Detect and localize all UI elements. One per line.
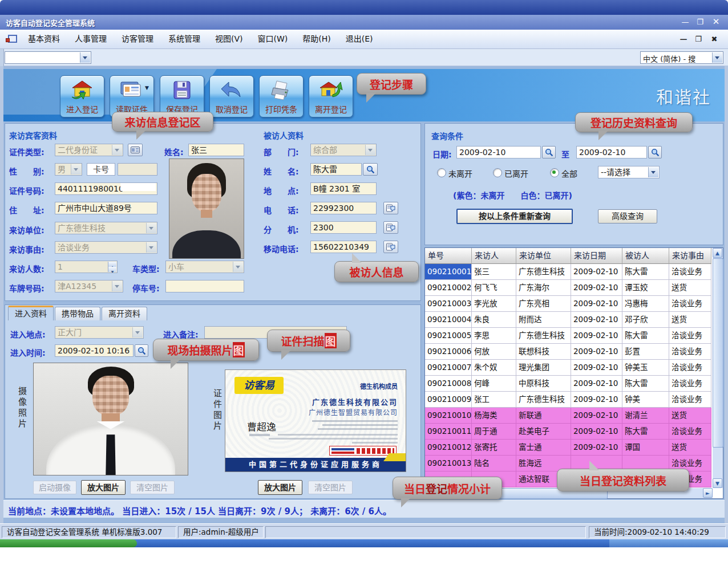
table-cell[interactable]: 钟美 [622,392,669,408]
chevron-down-icon[interactable] [233,262,243,272]
vertical-scrollbar[interactable]: ▲ ▼ [713,248,723,488]
table-row[interactable]: 090210009张工广东德生科技2009-02-10钟美洽谈业务 [425,392,713,408]
table-cell[interactable]: 冯惠梅 [622,296,669,312]
table-cell[interactable]: 谭玉姣 [622,280,669,296]
table-cell[interactable]: 2009-02-10 [571,360,622,376]
table-cell[interactable]: 洽谈业务 [669,360,711,376]
table-cell[interactable]: 钟美玉 [622,360,669,376]
cancel-registration-button[interactable]: 取消登记 [209,75,254,117]
table-cell[interactable]: 广东德生科技 [516,392,571,408]
table-cell[interactable]: 2009-02-10 [571,312,622,328]
column-header-4[interactable]: 被访人 [622,248,669,264]
table-cell[interactable]: 洽谈业务 [669,376,711,392]
table-cell[interactable]: 090210001 [425,264,472,280]
table-cell[interactable]: 2009-02-10 [571,424,622,440]
table-cell[interactable]: 2009-02-10 [571,376,622,392]
table-cell[interactable]: 广东亮相 [516,296,571,312]
mobile-field[interactable]: 15602210349 [310,241,377,253]
table-cell[interactable]: 张寄托 [472,440,516,456]
table-cell[interactable]: 陆名 [472,456,516,471]
menu-item-2[interactable]: 访客管理 [114,30,161,48]
table-cell[interactable]: 090210003 [425,296,472,312]
table-cell[interactable]: 陈大雷 [622,328,669,344]
table-cell[interactable]: 洽谈业务 [669,296,711,312]
call-mobile-button[interactable] [383,241,398,253]
table-row[interactable]: 090210008何峰中原科技2009-02-10陈大雷洽谈业务 [425,376,713,392]
table-cell[interactable]: 何放 [472,344,516,360]
card-no-field[interactable] [118,163,157,176]
table-cell[interactable]: 090210013 [425,456,472,471]
visit-company-combo[interactable]: 广东德生科技 [55,222,157,234]
table-cell[interactable]: 090210011 [425,424,472,440]
chevron-down-icon[interactable] [648,167,658,177]
visitor-name-field[interactable]: 张三 [188,144,244,156]
vscroll-thumb[interactable] [713,258,723,448]
mdi-minimize-icon[interactable]: — [677,34,690,44]
table-row[interactable]: 090210002何飞飞广东海尔2009-02-10谭玉姣送货 [425,280,713,296]
table-cell[interactable]: 2009-02-10 [571,264,622,280]
table-cell[interactable]: 杨海类 [472,408,516,424]
table-cell[interactable]: 090210005 [425,328,472,344]
date-from-field[interactable]: 2009-02-10 [456,146,541,158]
scroll-down-icon[interactable]: ▼ [713,478,722,488]
chevron-down-icon[interactable] [712,52,722,63]
tab-carried-items[interactable]: 携带物品 [55,307,100,320]
table-cell[interactable]: 朱个奴 [472,360,516,376]
date-from-picker-button[interactable] [542,146,556,158]
table-row[interactable]: 090210004朱良附而达2009-02-10邓子欣送货 [425,312,713,328]
call-phone-button[interactable] [383,202,398,214]
table-cell[interactable]: 谭国 [622,440,669,456]
interviewee-name-field[interactable]: 陈大雷 [310,163,362,176]
chevron-down-icon[interactable] [146,242,156,253]
scroll-up-icon[interactable]: ▲ [713,248,722,258]
card-no-button[interactable]: 卡号 [87,163,115,176]
table-cell[interactable]: 朱良 [472,312,516,328]
radio-all[interactable] [550,168,559,177]
table-cell[interactable]: 新联通 [516,408,571,424]
leave-registration-button[interactable]: 离开登记 [309,75,353,117]
table-cell[interactable]: 送货 [669,408,711,424]
menu-item-3[interactable]: 系统管理 [161,30,208,48]
table-cell[interactable]: 送货 [669,440,711,456]
table-cell[interactable]: 富士通 [516,440,571,456]
table-cell[interactable]: 李思 [472,328,516,344]
call-extension-button[interactable] [383,221,398,234]
close-icon[interactable]: ✕ [709,17,723,27]
entry-location-combo[interactable]: 正大门 [55,326,144,339]
table-cell[interactable]: 广东海尔 [516,280,571,296]
menu-item-4[interactable]: 视图(V) [208,30,250,48]
address-combo[interactable] [5,51,91,64]
spin-down-icon[interactable]: ▼ [108,267,116,272]
table-row[interactable]: 090210006何放联想科技2009-02-10彭置洽谈业务 [425,344,713,360]
table-cell[interactable]: 洽谈业务 [669,392,711,408]
tab-entry-info[interactable]: 进入资料 [8,306,54,320]
table-cell[interactable]: 陈大雷 [622,424,669,440]
table-cell[interactable]: 2009-02-10 [571,344,622,360]
table-cell[interactable]: 何峰 [472,376,516,392]
table-cell[interactable]: 090210012 [425,440,472,456]
column-header-5[interactable]: 来访事由 [669,248,711,264]
print-receipt-button[interactable]: 打印凭条 [259,75,304,117]
enter-registration-button[interactable]: 进入登记 [60,75,104,117]
query-select-combo[interactable]: --请选择 [598,166,660,178]
column-header-0[interactable]: 单号 [425,248,472,264]
date-to-picker-button[interactable] [648,146,662,158]
chevron-down-icon[interactable] [112,145,122,155]
table-cell[interactable]: 联想科技 [516,344,571,360]
chevron-down-icon[interactable] [365,145,375,155]
table-cell[interactable]: 何飞飞 [472,280,516,296]
date-to-field[interactable]: 2009-02-10 [576,146,647,158]
gender-combo[interactable]: 男 [55,163,82,176]
table-cell[interactable]: 送货 [669,280,711,296]
menu-item-6[interactable]: 帮助(H) [295,30,338,48]
spin-up-icon[interactable]: ▲ [108,262,116,267]
table-cell[interactable]: 谢清兰 [622,408,669,424]
menu-item-0[interactable]: 基本资料 [21,30,67,48]
id-type-combo[interactable]: 二代身份证 [55,144,123,156]
table-cell[interactable]: 陈大雷 [622,376,669,392]
table-row[interactable]: 090210003李光放广东亮相2009-02-10冯惠梅洽谈业务 [425,296,713,312]
table-cell[interactable]: 090210007 [425,360,472,376]
minimize-icon[interactable]: — [678,17,693,27]
menu-item-5[interactable]: 窗口(W) [250,30,296,48]
table-cell[interactable]: 090210010 [425,408,472,424]
